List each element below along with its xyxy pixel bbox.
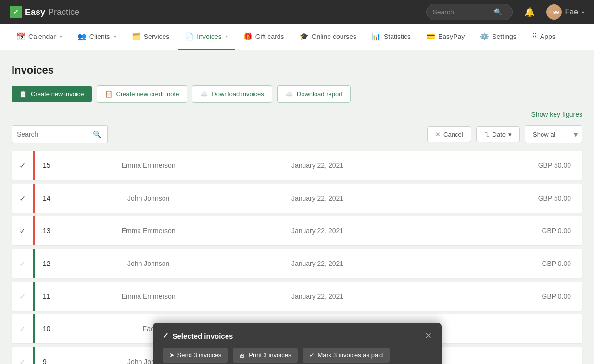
invoice-client-name: Emma Emmerson <box>64 227 233 235</box>
nav-label-invoices: Invoices <box>197 33 221 40</box>
cancel-x-icon: ✕ <box>435 131 441 138</box>
check-icon[interactable]: ✓ <box>12 325 33 334</box>
download-invoices-button[interactable]: ☁️ Download invoices <box>192 85 272 103</box>
settings-icon: ⚙️ <box>480 32 489 41</box>
table-row[interactable]: ✓ 11 Emma Emmerson January 22, 2021 GBP … <box>12 282 582 311</box>
nav-label-onlinecourses: Online courses <box>312 33 356 40</box>
nav-label-giftcards: Gift cards <box>255 33 284 40</box>
mark-paid-icon: ✓ <box>309 351 315 359</box>
nav-item-services[interactable]: 🗂️ Services <box>125 24 177 50</box>
onlinecourses-icon: 🎓 <box>300 32 309 41</box>
print-invoices-label: Print 3 invoices <box>249 351 291 359</box>
show-all-select[interactable]: Show all Paid Unpaid Overdue <box>525 125 582 143</box>
invoice-amount: GBP 50.00 <box>402 162 582 169</box>
table-row[interactable]: ✓ 14 John Johnson January 22, 2021 GBP 5… <box>12 184 582 213</box>
create-credit-note-icon: 📋 <box>105 90 113 98</box>
cancel-filter-button[interactable]: ✕ Cancel <box>427 126 471 142</box>
invoice-number: 14 <box>35 194 64 202</box>
notification-bell-icon[interactable]: 🔔 <box>524 7 535 17</box>
download-report-button[interactable]: ☁️ Download report <box>277 85 351 103</box>
logo-easy: Easy <box>25 7 45 17</box>
popup-close-button[interactable]: ✕ <box>425 330 432 341</box>
invoice-client-name: John Johnson <box>64 194 233 202</box>
apps-icon: ⠿ <box>532 32 537 41</box>
status-stripe <box>33 347 35 364</box>
send-icon: ➤ <box>169 351 175 359</box>
popup-title-text: Selected invoices <box>173 332 233 340</box>
invoice-number: 10 <box>35 325 64 333</box>
avatar-image: Fae <box>546 4 562 20</box>
download-report-label: Download report <box>297 90 342 98</box>
invoice-search-input[interactable] <box>17 130 89 138</box>
mark-paid-label: Mark 3 invoices as paid <box>317 351 383 359</box>
show-key-figures-link[interactable]: Show key figures <box>12 111 582 118</box>
nav-label-statistics: Statistics <box>384 33 411 40</box>
nav-item-invoices[interactable]: 📄 Invoices ▾ <box>178 24 234 50</box>
giftcards-icon: 🎁 <box>243 32 253 41</box>
invoice-client-name: John Johnson <box>64 260 233 267</box>
nav-item-settings[interactable]: ⚙️ Settings <box>473 24 523 50</box>
popup-title: ✓ Selected invoices <box>163 331 233 340</box>
nav-item-calendar[interactable]: 📅 Calendar ▾ <box>10 24 69 50</box>
nav-label-easypay: EasyPay <box>438 33 465 40</box>
nav-item-easypay[interactable]: 💳 EasyPay <box>419 24 471 50</box>
create-credit-note-button[interactable]: 📋 Create new credit note <box>97 85 188 103</box>
nav-item-clients[interactable]: 👥 Clients ▾ <box>71 24 123 50</box>
popup-actions: ➤ Send 3 invoices 🖨 Print 3 invoices ✓ M… <box>163 348 432 363</box>
check-icon[interactable]: ✓ <box>12 357 33 364</box>
calendar-chevron-icon: ▾ <box>60 34 62 39</box>
invoice-amount: GBP 0.00 <box>402 292 582 300</box>
date-filter-button[interactable]: ⇅ Date ▾ <box>476 126 520 142</box>
print-invoices-button[interactable]: 🖨 Print 3 invoices <box>233 348 298 363</box>
send-invoices-button[interactable]: ➤ Send 3 invoices <box>163 348 228 363</box>
status-stripe <box>33 216 35 245</box>
nav-item-statistics[interactable]: 📊 Statistics <box>365 24 417 50</box>
search-filter-icon: 🔍 <box>93 130 101 138</box>
show-all-select-wrapper: Show all Paid Unpaid Overdue <box>525 125 582 143</box>
search-box[interactable]: 🔍 <box>426 4 513 20</box>
invoice-number: 9 <box>35 358 64 364</box>
logo-practice: Practice <box>48 7 79 17</box>
search-filter-box[interactable]: 🔍 <box>12 125 108 143</box>
nav-label-clients: Clients <box>89 33 110 40</box>
send-invoices-label: Send 3 invoices <box>177 351 222 359</box>
check-icon[interactable]: ✓ <box>12 259 33 268</box>
nav-item-giftcards[interactable]: 🎁 Gift cards <box>237 24 291 50</box>
invoice-date: January 22, 2021 <box>233 162 402 169</box>
status-stripe <box>33 282 35 311</box>
table-row[interactable]: ✓ 12 John Johnson January 22, 2021 GBP 0… <box>12 249 582 278</box>
table-row[interactable]: ✓ 13 Emma Emmerson January 22, 2021 GBP … <box>12 216 582 245</box>
selected-invoices-popup: ✓ Selected invoices ✕ ➤ Send 3 invoices … <box>153 323 442 364</box>
create-invoice-button[interactable]: 📋 Create new invoice <box>12 86 92 102</box>
check-icon[interactable]: ✓ <box>12 292 33 301</box>
create-invoice-icon: 📋 <box>19 90 27 98</box>
nav-label-services: Services <box>144 33 170 40</box>
invoice-amount: GBP 0.00 <box>402 227 582 235</box>
invoice-client-name: Emma Emmerson <box>64 162 233 169</box>
logo: ✓ EasyPractice <box>10 6 79 18</box>
main-navigation: 📅 Calendar ▾ 👥 Clients ▾ 🗂️ Services 📄 I… <box>0 24 594 50</box>
invoice-amount: GBP 50.00 <box>402 194 582 202</box>
invoice-number: 15 <box>35 162 64 169</box>
status-stripe <box>33 314 35 343</box>
invoice-date: January 22, 2021 <box>233 227 402 235</box>
user-avatar[interactable]: Fae Fae ▾ <box>546 4 584 20</box>
search-icon: 🔍 <box>494 8 502 16</box>
logo-icon: ✓ <box>10 6 22 18</box>
date-chevron-icon: ▾ <box>508 131 512 138</box>
invoice-number: 11 <box>35 292 64 300</box>
action-buttons: 📋 Create new invoice 📋 Create new credit… <box>12 85 582 103</box>
popup-title-icon: ✓ <box>163 331 169 340</box>
search-input[interactable] <box>432 8 490 16</box>
nav-item-onlinecourses[interactable]: 🎓 Online courses <box>293 24 363 50</box>
nav-item-apps[interactable]: ⠿ Apps <box>525 24 562 50</box>
invoice-number: 12 <box>35 260 64 267</box>
table-row[interactable]: ✓ 15 Emma Emmerson January 22, 2021 GBP … <box>12 151 582 180</box>
invoice-date: January 22, 2021 <box>233 260 402 267</box>
popup-header: ✓ Selected invoices ✕ <box>163 330 432 341</box>
check-icon[interactable]: ✓ <box>12 194 33 203</box>
mark-paid-button[interactable]: ✓ Mark 3 invoices as paid <box>303 348 390 363</box>
check-icon[interactable]: ✓ <box>12 161 33 170</box>
nav-label-apps: Apps <box>540 33 556 40</box>
check-icon[interactable]: ✓ <box>12 226 33 236</box>
